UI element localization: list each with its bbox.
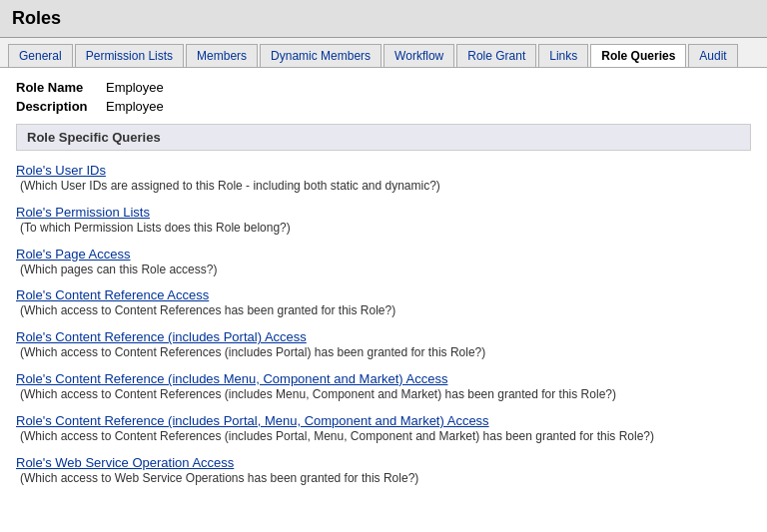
query-link-permission-lists[interactable]: Role's Permission Lists [16,205,150,220]
query-link-user-ids[interactable]: Role's User IDs [16,163,106,178]
page-header: Roles [0,0,767,38]
query-desc-content-ref-menu: (Which access to Content References (inc… [20,386,751,403]
role-name-value: Employee [106,80,164,95]
role-name-row: Role Name Employee [16,80,751,95]
query-link-content-ref-access[interactable]: Role's Content Reference Access [16,287,209,302]
tab-members[interactable]: Members [186,44,258,67]
query-desc-web-service: (Which access to Web Service Operations … [20,470,751,487]
query-item-permission-lists: Role's Permission Lists(To which Permiss… [16,205,751,237]
tab-dynamic-members[interactable]: Dynamic Members [260,44,382,67]
query-link-content-ref-menu[interactable]: Role's Content Reference (includes Menu,… [16,371,447,386]
tab-role-grant[interactable]: Role Grant [456,44,536,67]
tabs-bar: GeneralPermission ListsMembersDynamic Me… [0,38,767,68]
query-item-content-ref-portal: Role's Content Reference (includes Porta… [16,329,751,361]
content-area: Role Name Employee Description Employee … [0,68,767,508]
query-desc-content-ref-portal: (Which access to Content References (inc… [20,344,751,361]
description-value: Employee [106,99,164,114]
query-desc-permission-lists: (To which Permission Lists does this Rol… [20,220,751,237]
query-item-content-ref-access: Role's Content Reference Access(Which ac… [16,287,751,319]
query-link-content-ref-portal-menu[interactable]: Role's Content Reference (includes Porta… [16,413,489,428]
section-header: Role Specific Queries [16,124,751,151]
queries-container: Role's User IDs(Which User IDs are assig… [16,163,751,486]
query-link-page-access[interactable]: Role's Page Access [16,247,131,262]
page-title: Roles [12,8,755,29]
description-row: Description Employee [16,99,751,114]
query-item-user-ids: Role's User IDs(Which User IDs are assig… [16,163,751,195]
query-link-web-service[interactable]: Role's Web Service Operation Access [16,455,234,470]
tab-role-queries[interactable]: Role Queries [590,44,686,67]
query-item-content-ref-menu: Role's Content Reference (includes Menu,… [16,371,751,403]
query-item-content-ref-portal-menu: Role's Content Reference (includes Porta… [16,413,751,445]
query-desc-page-access: (Which pages can this Role access?) [20,262,751,278]
role-name-label: Role Name [16,80,106,95]
query-item-web-service: Role's Web Service Operation Access(Whic… [16,455,751,487]
tab-audit[interactable]: Audit [688,44,737,67]
description-label: Description [16,99,106,114]
query-item-page-access: Role's Page Access(Which pages can this … [16,247,751,278]
tab-permission-lists[interactable]: Permission Lists [75,44,184,67]
query-link-content-ref-portal[interactable]: Role's Content Reference (includes Porta… [16,329,307,344]
query-desc-content-ref-access: (Which access to Content References has … [20,302,751,319]
tab-workflow[interactable]: Workflow [384,44,454,67]
tab-general[interactable]: General [8,44,73,67]
query-desc-user-ids: (Which User IDs are assigned to this Rol… [20,178,751,195]
tab-links[interactable]: Links [538,44,588,67]
query-desc-content-ref-portal-menu: (Which access to Content References (inc… [20,428,751,445]
